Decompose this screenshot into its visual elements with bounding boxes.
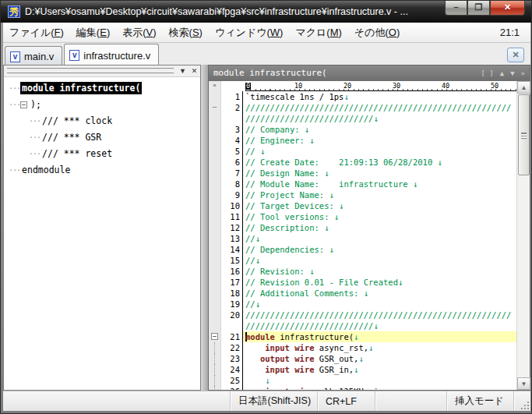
outline-item-label: );: [29, 98, 43, 111]
bracket-icon[interactable]: [ ]: [481, 65, 493, 81]
fold-collapse-icon[interactable]: −: [211, 333, 218, 340]
code-line[interactable]: //////////////////////////↓: [209, 113, 516, 124]
code-segment: // Design Name:: [245, 168, 324, 178]
scrollbar-down-icon[interactable]: ▼: [517, 377, 530, 390]
newline-mark-icon: ↓: [339, 201, 344, 211]
panel-splitter[interactable]: [201, 65, 208, 391]
code-line[interactable]: 25 ↓: [209, 375, 516, 386]
code-line[interactable]: 22 input wire async_rst,↓: [209, 342, 516, 353]
line-text: //////////////////////////↓: [243, 113, 516, 124]
code-segment: clk_125KHz_in,: [315, 387, 389, 390]
code-line[interactable]: 17// Revision 0.01 - File Created↓: [209, 277, 516, 288]
code-line[interactable]: –2//////////////////////////////////////…: [209, 102, 516, 113]
code-line[interactable]: 4// Engineer: ↓: [209, 135, 516, 146]
menu-item-m[interactable]: マクロ(M): [289, 23, 347, 42]
line-number: 14: [221, 244, 243, 255]
code-area[interactable]: 1`timescale 1ns / 1ps↓–2////////////////…: [209, 91, 516, 390]
code-line[interactable]: 19//↓: [209, 299, 516, 310]
outline-collapse-button[interactable]: ▼: [177, 66, 188, 76]
fold-margin: [209, 310, 221, 320]
tree-expander-icon[interactable]: −: [20, 101, 27, 108]
tree-connector: ···: [9, 101, 20, 109]
code-line[interactable]: 18// Additional Comments: ↓: [209, 288, 516, 299]
code-line[interactable]: 3// Company: ↓: [209, 124, 516, 135]
code-segment: module: [245, 332, 275, 341]
code-line[interactable]: 20//////////////////////////////////////…: [209, 310, 516, 320]
code-line[interactable]: −21module infrastructure(↓: [209, 331, 516, 342]
minimize-button[interactable]: –: [445, 1, 467, 16]
line-text: // Design Name: ↓: [243, 168, 516, 179]
code-line[interactable]: 23 output wire GSR_out,↓: [209, 353, 516, 364]
editor-vertical-scrollbar[interactable]: ▲ ▼: [516, 81, 530, 390]
line-number: 10: [221, 200, 243, 211]
line-number: 9: [221, 189, 243, 200]
close-button[interactable]: ✕: [490, 1, 525, 16]
code-line[interactable]: 8// Module Name: infrastructure ↓: [209, 179, 516, 189]
code-segment: //: [245, 147, 260, 156]
outline-item[interactable]: ···/// *** reset: [9, 146, 200, 162]
fold-guide-line: [214, 353, 215, 364]
fold-margin: [209, 277, 221, 288]
panel-grip[interactable]: [7, 68, 174, 74]
code-segment: // Target Devices:: [245, 201, 339, 211]
tree-connector: ···: [29, 133, 41, 142]
outline-item[interactable]: ···endmodule: [9, 162, 200, 179]
newline-mark-icon: ↓: [334, 212, 339, 221]
close-file-button[interactable]: ✕: [507, 48, 524, 62]
verilog-file-icon: v: [10, 51, 20, 62]
code-line[interactable]: 5// ↓: [209, 146, 516, 157]
scrollbar-up-icon[interactable]: ▲: [517, 81, 530, 94]
code-line[interactable]: 10// Target Devices: ↓: [209, 200, 516, 211]
newline-mark-icon: ↓: [265, 376, 270, 385]
menu-item-v[interactable]: 表示(V): [116, 23, 162, 42]
code-line[interactable]: 12// Description: ↓: [209, 222, 516, 233]
chevrons-icon[interactable]: »: [521, 65, 525, 81]
code-line[interactable]: //////////////////////////↓: [209, 320, 516, 331]
code-line[interactable]: 16// Revision: ↓: [209, 266, 516, 277]
menu-item-w[interactable]: ウィンドウ(W): [209, 23, 289, 42]
fold-margin: [209, 288, 221, 299]
code-line[interactable]: 11// Tool versions: ↓: [209, 211, 516, 222]
code-line[interactable]: 9// Project Name: ↓: [209, 189, 516, 200]
code-line[interactable]: 13//↓: [209, 233, 516, 244]
code-line[interactable]: 1`timescale 1ns / 1ps↓: [209, 91, 516, 102]
fold-margin: [209, 320, 221, 331]
code-segment: // Additional Comments:: [245, 288, 364, 298]
code-line[interactable]: 24 input wire GSR_in,↓: [209, 364, 516, 375]
code-line[interactable]: 15//↓: [209, 255, 516, 266]
code-segment: async_rst,: [315, 343, 369, 352]
line-number: 23: [221, 353, 243, 364]
fold-margin: [209, 244, 221, 255]
outline-item[interactable]: ···−);: [9, 97, 200, 113]
code-line[interactable]: 7// Design Name: ↓: [209, 168, 516, 179]
line-text: // Description: ↓: [243, 222, 516, 233]
outline-close-button[interactable]: ✕: [188, 66, 200, 76]
line-number: [221, 113, 243, 124]
tab-infrastructure-v[interactable]: vinfrastructure.v: [64, 44, 159, 65]
tree-connector: ···: [9, 84, 20, 93]
maximize-button[interactable]: ❐: [467, 1, 490, 16]
code-segment: wire: [294, 354, 314, 363]
scroll-up-icon[interactable]: ▲: [500, 65, 504, 81]
menu-item-o[interactable]: その他(O): [348, 23, 406, 42]
line-text: // ↓: [243, 146, 516, 157]
menu-item-s[interactable]: 検索(S): [163, 23, 209, 42]
line-number: 21: [221, 331, 243, 342]
fold-margin: −: [209, 331, 221, 342]
code-segment: //////////////////////////: [245, 114, 373, 123]
scroll-down-icon[interactable]: ▼: [510, 65, 514, 81]
outline-item[interactable]: ···/// *** GSR: [9, 129, 200, 146]
code-line[interactable]: 14// Dependencies: ↓: [209, 244, 516, 255]
outline-item[interactable]: ···/// *** clock: [9, 113, 200, 129]
code-line[interactable]: 26 input wire clk_125KHz_in,↓: [209, 386, 516, 390]
newline-mark-icon: ↓: [344, 92, 348, 101]
scrollbar-thumb[interactable]: [518, 94, 530, 175]
margin-collapse-icon[interactable]: «: [209, 81, 221, 91]
tab-main-v[interactable]: vmain.v: [5, 46, 62, 65]
code-line[interactable]: 6// Create Date: 21:09:13 06/28/2010 ↓: [209, 157, 516, 168]
menu-item-e[interactable]: 編集(E): [70, 23, 116, 42]
outline-item[interactable]: ···module infrastructure(: [9, 80, 200, 97]
menu-item-f[interactable]: ファイル(F): [3, 23, 70, 42]
fold-dash-icon: –: [209, 102, 221, 113]
resize-grip-icon[interactable]: [520, 400, 530, 411]
